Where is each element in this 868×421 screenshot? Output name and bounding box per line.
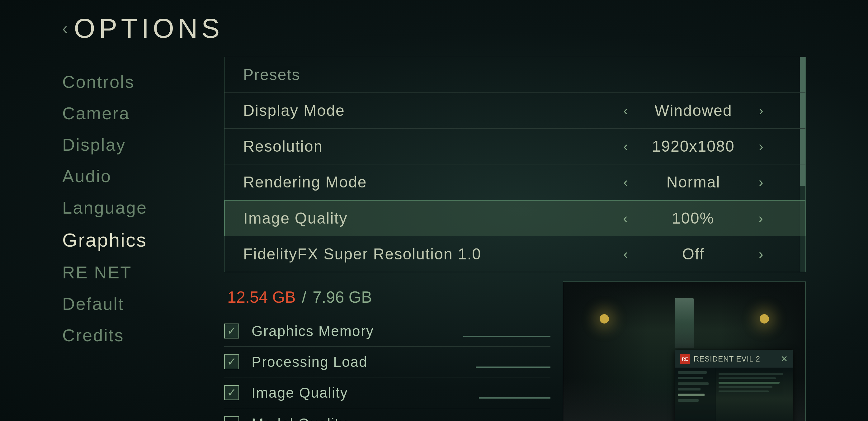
bar-processing-load — [476, 366, 551, 368]
fidelityfx-value: Off — [644, 245, 743, 263]
row-label-image-quality: Image Quality — [244, 209, 600, 227]
row-controls-rendering-mode: ‹ Normal › — [600, 173, 787, 191]
sidebar-item-re-net[interactable]: RE NET — [62, 257, 224, 288]
settings-row-image-quality[interactable]: Image Quality ‹ 100% › — [224, 200, 805, 236]
display-mode-right-arrow[interactable]: › — [752, 103, 770, 118]
check-icon-image-quality: ✓ — [227, 386, 236, 399]
rendering-mode-value: Normal — [644, 173, 743, 191]
mini-sidebar-line-3 — [678, 382, 709, 385]
app-icon-label: RE — [682, 357, 688, 362]
row-label-resolution: Resolution — [243, 137, 600, 155]
checkbox-graphics-memory[interactable]: ✓ — [224, 324, 239, 338]
bar-graphics-memory — [463, 336, 551, 337]
row-label-display-mode: Display Mode — [243, 101, 600, 120]
settings-row-display-mode[interactable]: Display Mode ‹ Windowed › — [224, 93, 805, 129]
image-quality-value: 100% — [643, 209, 743, 227]
thumbnail-mini-sidebar — [675, 368, 716, 421]
memory-info: 12.54 GB / 7.96 GB — [224, 288, 551, 306]
display-mode-left-arrow[interactable]: ‹ — [617, 103, 634, 118]
thumbnail-app-icon: RE — [680, 354, 690, 364]
mini-content-line-5 — [718, 390, 769, 392]
checkbox-label-model-quality: Model Quality — [252, 415, 448, 421]
row-label-fidelityfx: FidelityFX Super Resolution 1.0 — [243, 245, 600, 263]
mini-content-line-3 — [718, 382, 779, 384]
thumbnail-content — [675, 368, 793, 421]
settings-row-resolution[interactable]: Resolution ‹ 1920x1080 › — [224, 129, 805, 164]
checkbox-model-quality[interactable] — [224, 416, 239, 421]
sidebar-item-camera[interactable]: Camera — [62, 97, 224, 129]
rendering-mode-left-arrow[interactable]: ‹ — [617, 174, 634, 190]
checkbox-image-quality[interactable]: ✓ — [224, 385, 239, 400]
image-quality-left-arrow[interactable]: ‹ — [617, 210, 634, 226]
sidebar: ControlsCameraDisplayAudioLanguageGraphi… — [62, 57, 224, 421]
settings-row-fidelityfx[interactable]: FidelityFX Super Resolution 1.0 ‹ Off › — [224, 236, 805, 272]
row-controls-resolution: ‹ 1920x1080 › — [600, 137, 787, 155]
mini-content-line-2 — [718, 378, 776, 379]
mini-sidebar-line-6 — [678, 399, 699, 402]
bar-image-quality — [479, 397, 551, 398]
check-icon-processing-load: ✓ — [227, 355, 236, 368]
game-preview-image: RE RESIDENT EVIL 2 ✕ — [563, 281, 806, 421]
row-label-rendering-mode: Rendering Mode — [243, 173, 600, 191]
page-title: OPTIONS — [74, 12, 223, 44]
fidelityfx-right-arrow[interactable]: › — [752, 246, 770, 262]
settings-row-rendering-mode[interactable]: Rendering Mode ‹ Normal › — [224, 164, 805, 200]
mini-sidebar-line-2 — [678, 377, 703, 379]
row-controls-image-quality: ‹ 100% › — [600, 209, 786, 227]
sidebar-item-language[interactable]: Language — [62, 192, 224, 223]
resolution-left-arrow[interactable]: ‹ — [617, 139, 634, 154]
checkboxes-panel: 12.54 GB / 7.96 GB ✓ Graphics Memory — [224, 281, 551, 421]
lower-section: 12.54 GB / 7.96 GB ✓ Graphics Memory — [224, 281, 806, 421]
image-quality-right-arrow[interactable]: › — [752, 210, 769, 226]
back-arrow-icon[interactable]: ‹ — [62, 20, 67, 36]
scene-light-left — [600, 314, 609, 324]
checkbox-row-model-quality[interactable]: Model Quality — [224, 408, 551, 421]
mini-sidebar-line-4 — [678, 388, 701, 390]
scene-light-right — [760, 314, 769, 324]
settings-panel: Presets Display Mode ‹ Windowed › Resolu… — [224, 57, 806, 421]
thumbnail-close-button[interactable]: ✕ — [780, 354, 788, 364]
mini-sidebar-line-1 — [678, 371, 707, 374]
preview-panel: RE RESIDENT EVIL 2 ✕ — [563, 281, 806, 421]
checkbox-label-processing-load: Processing Load — [252, 354, 463, 370]
check-icon-graphics-memory: ✓ — [227, 325, 236, 337]
sidebar-item-controls[interactable]: Controls — [62, 66, 224, 97]
content-area: ControlsCameraDisplayAudioLanguageGraphi… — [0, 51, 868, 421]
row-controls-display-mode: ‹ Windowed › — [600, 101, 787, 120]
scene-figure — [675, 298, 694, 348]
memory-used: 12.54 GB — [227, 288, 296, 306]
settings-row-presets[interactable]: Presets — [224, 57, 805, 93]
sidebar-item-display[interactable]: Display — [62, 129, 224, 160]
header: ‹ OPTIONS — [0, 12, 868, 51]
mini-content-line-1 — [718, 373, 783, 375]
rendering-mode-right-arrow[interactable]: › — [752, 174, 770, 190]
sidebar-item-credits[interactable]: Credits — [62, 320, 224, 351]
checkbox-label-graphics-memory: Graphics Memory — [252, 323, 451, 339]
checkbox-row-processing-load[interactable]: ✓ Processing Load — [224, 347, 551, 378]
memory-total: 7.96 GB — [313, 288, 372, 306]
checkbox-processing-load[interactable]: ✓ — [224, 354, 239, 369]
resolution-value: 1920x1080 — [644, 137, 743, 155]
row-controls-fidelityfx: ‹ Off › — [600, 245, 787, 263]
checkbox-row-graphics-memory[interactable]: ✓ Graphics Memory — [224, 316, 551, 347]
checkbox-row-image-quality[interactable]: ✓ Image Quality — [224, 378, 551, 408]
fidelityfx-left-arrow[interactable]: ‹ — [617, 246, 634, 262]
thumbnail-mini-ui — [675, 368, 793, 421]
checkbox-label-image-quality: Image Quality — [252, 384, 466, 401]
thumbnail-titlebar: RE RESIDENT EVIL 2 ✕ — [675, 350, 793, 368]
settings-list: Presets Display Mode ‹ Windowed › Resolu… — [224, 57, 806, 272]
thumbnail-overlay: RE RESIDENT EVIL 2 ✕ — [675, 350, 793, 421]
mini-sidebar-line-5 — [678, 394, 705, 396]
thumbnail-title: RESIDENT EVIL 2 — [690, 355, 780, 363]
display-mode-value: Windowed — [644, 101, 743, 120]
mini-content-line-4 — [718, 386, 772, 388]
sidebar-item-graphics[interactable]: Graphics — [62, 223, 224, 257]
sidebar-item-audio[interactable]: Audio — [62, 160, 224, 192]
row-label-presets: Presets — [243, 66, 600, 84]
sidebar-item-default[interactable]: Default — [62, 288, 224, 320]
resolution-right-arrow[interactable]: › — [752, 139, 770, 154]
memory-separator: / — [302, 288, 306, 306]
thumbnail-mini-content — [716, 368, 793, 421]
